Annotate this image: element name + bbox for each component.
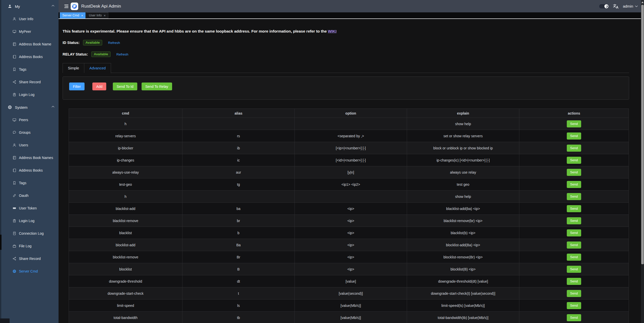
- send-button[interactable]: Send: [567, 157, 581, 164]
- cell-option: <ip>: [295, 203, 407, 215]
- table-row-ip-changes: ip-changesic[<id>|<number>] [-]ip-change…: [69, 154, 629, 166]
- main-content: This feature is experimental. Please ens…: [59, 19, 641, 323]
- sidebar-item-connection-log[interactable]: Connection Log: [0, 227, 59, 240]
- clipboard-icon: [12, 219, 16, 223]
- experimental-notice: This feature is experimental. Please ens…: [63, 29, 337, 34]
- sidebar-item-peers[interactable]: Peers: [0, 114, 59, 126]
- table-row-blocklist-remove: blocklist-removeBr<ip>blocklist-remove(B…: [69, 251, 629, 263]
- table-row-blocklist-add: blocklist-addBa<ip>blocklist-add(Ba) <ip…: [69, 239, 629, 251]
- cell-cmd: downgrade-threshold: [69, 275, 182, 287]
- cell-cmd: always-use-relay: [69, 166, 182, 178]
- page-tab-user-info[interactable]: User Info×: [86, 12, 108, 18]
- close-icon[interactable]: ×: [81, 14, 83, 17]
- send-button[interactable]: Send: [567, 217, 581, 224]
- sidebar-item-user-token[interactable]: User Token: [0, 202, 59, 214]
- send-button[interactable]: Send: [567, 169, 581, 176]
- refresh-link[interactable]: Refresh: [108, 41, 120, 45]
- status-label: ID Status:: [63, 41, 80, 45]
- sidebar-item-oauth[interactable]: Oauth: [0, 189, 59, 202]
- cell-option: <ip>: [295, 263, 407, 275]
- send-button[interactable]: Send: [567, 132, 581, 140]
- send-to-relay-button[interactable]: Send To Relay: [142, 83, 172, 90]
- cell-alias: ib: [182, 142, 295, 154]
- send-button[interactable]: Send: [567, 205, 581, 212]
- sidebar-item-mypeer[interactable]: MyPeer: [0, 25, 59, 38]
- send-to-id-button[interactable]: Send To Id: [113, 83, 137, 90]
- cell-alias: ls: [182, 300, 295, 312]
- scrollbar-up-arrow[interactable]: [641, 0, 644, 4]
- sidebar-item-address-books[interactable]: Address Books: [0, 164, 59, 177]
- cell-alias: B: [182, 263, 295, 275]
- add-button[interactable]: Add: [92, 83, 106, 90]
- sidebar-item-file-log[interactable]: File Log: [0, 240, 59, 252]
- sidebar-section-system[interactable]: System: [0, 101, 59, 114]
- sidebar-collapse-icon[interactable]: [64, 4, 69, 9]
- sidebar-item-label: Share Record: [19, 257, 41, 261]
- wiki-link[interactable]: WIKI: [328, 29, 336, 33]
- sidebar-item-server-cmd[interactable]: Server Cmd: [0, 265, 59, 278]
- dark-mode-toggle[interactable]: [599, 4, 609, 9]
- cell-cmd: blacklist-add: [69, 203, 182, 215]
- page-scrollbar[interactable]: [641, 0, 644, 323]
- rustdesk-logo-icon: [71, 3, 78, 10]
- cell-cmd: blocklist-add: [69, 239, 182, 251]
- cell-cmd: blacklist-remove: [69, 215, 182, 227]
- status-block: ID Status:AvailableRefreshRELAY Status:A…: [63, 40, 128, 63]
- cell-actions: Send: [519, 215, 629, 227]
- table-row-limit-speed: limit-speedls[value(Mb/s)]limit-speed(ls…: [69, 300, 629, 312]
- sidebar-item-tags[interactable]: Tags: [0, 63, 59, 76]
- sidebar-item-groups[interactable]: Groups: [0, 126, 59, 139]
- status-label: RELAY Status:: [63, 52, 88, 56]
- sidebar-item-label: Login Log: [19, 93, 35, 97]
- link-icon: [12, 194, 16, 198]
- language-translate-icon[interactable]: [612, 3, 619, 9]
- send-button[interactable]: Send: [567, 290, 581, 297]
- column-header-explain: explain: [407, 109, 519, 118]
- send-button[interactable]: Send: [567, 229, 581, 236]
- sidebar-item-address-book-names[interactable]: Address Book Names: [0, 151, 59, 164]
- cell-cmd: ip-changes: [69, 154, 182, 166]
- cell-cmd: ip-blocker: [69, 142, 182, 154]
- send-button[interactable]: Send: [567, 254, 581, 261]
- send-button[interactable]: Send: [567, 145, 581, 152]
- sidebar-item-tags[interactable]: Tags: [0, 177, 59, 189]
- send-button[interactable]: Send: [567, 241, 581, 249]
- sidebar-item-label: Login Log: [19, 219, 35, 223]
- send-button[interactable]: Send: [567, 302, 581, 309]
- filter-button[interactable]: Filter: [69, 83, 85, 90]
- send-button[interactable]: Send: [567, 193, 581, 200]
- page-tab-server-cmd[interactable]: Server Cmd×: [60, 12, 86, 18]
- cell-cmd: blocklist-remove: [69, 251, 182, 263]
- cell-cmd: limit-speed: [69, 300, 182, 312]
- sidebar-item-user-info[interactable]: User Info: [0, 13, 59, 25]
- send-button[interactable]: Send: [567, 278, 581, 285]
- column-header-cmd: cmd: [69, 109, 182, 118]
- user-menu[interactable]: admin: [623, 4, 633, 8]
- cell-option: [<id>|<number>] [-]: [295, 154, 407, 166]
- send-button[interactable]: Send: [567, 314, 581, 321]
- mode-tab-advanced[interactable]: Advanced: [84, 63, 111, 73]
- chat-icon: [12, 130, 16, 134]
- sidebar-item-login-log[interactable]: Login Log: [0, 88, 59, 101]
- cell-explain: block or unblock ip or show blocked ip: [407, 142, 519, 154]
- chevron-down-icon[interactable]: [635, 5, 638, 7]
- sidebar-item-login-log[interactable]: Login Log: [0, 214, 59, 227]
- sidebar-item-users[interactable]: Users: [0, 139, 59, 151]
- cell-explain: test geo: [407, 178, 519, 191]
- cell-option: <ip>: [295, 251, 407, 263]
- mode-tab-simple[interactable]: Simple: [63, 63, 84, 73]
- send-button[interactable]: Send: [567, 120, 581, 127]
- cell-actions: Send: [519, 142, 629, 154]
- sidebar-item-address-books[interactable]: Address Books: [0, 50, 59, 63]
- close-icon[interactable]: ×: [104, 14, 106, 17]
- refresh-link[interactable]: Refresh: [116, 52, 128, 56]
- sidebar-section-my[interactable]: My: [0, 0, 59, 13]
- sidebar-item-label: Tags: [19, 67, 26, 71]
- sidebar-item-address-book-name[interactable]: Address Book Name: [0, 38, 59, 50]
- scrollbar-thumb[interactable]: [641, 5, 644, 264]
- sidebar-item-share-record[interactable]: Share Record: [0, 76, 59, 88]
- notice-text: This feature is experimental. Please ens…: [63, 29, 328, 33]
- sidebar-item-share-record[interactable]: Share Record: [0, 252, 59, 265]
- send-button[interactable]: Send: [567, 181, 581, 188]
- send-button[interactable]: Send: [567, 266, 581, 273]
